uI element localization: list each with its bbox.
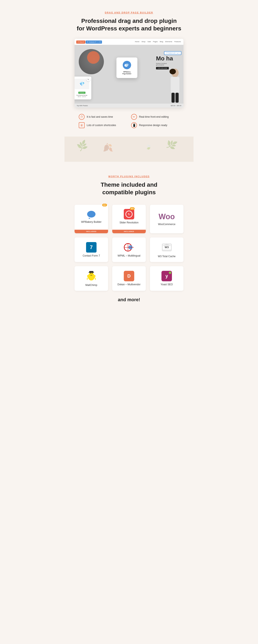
- feature-responsive: 📱 Responsive design ready: [131, 122, 179, 128]
- plugin-yoast: y Yoast SEO: [150, 266, 183, 291]
- svg-point-4: [170, 69, 176, 74]
- plugin-w3: W3 W3 Total Cache: [150, 238, 183, 262]
- slider-plugin-logo: ↻ $29: [124, 209, 134, 220]
- section2-title: Theme included andcompatible plugins: [73, 181, 185, 196]
- slider-price: $29: [130, 207, 135, 210]
- builder-hero-text: Mo ha Modern furnitureget products EXPLO…: [156, 56, 173, 70]
- row-btn[interactable]: ✦ Row ▾: [76, 40, 85, 44]
- wpml-plugin-name: WPML – Multilingual: [118, 254, 140, 257]
- product-list-badge[interactable]: ✦ Product List ✏ ● ✕: [164, 51, 181, 55]
- jewelry-image: 💎 ↻: [75, 79, 89, 89]
- feature-fast-text: It is fast and saves time: [87, 115, 113, 118]
- feature-frontend: ✏ Real-time front-end editing: [131, 114, 179, 120]
- wpbakery-plugin-logo: $64: [85, 209, 98, 219]
- cf7-icon: 7: [86, 242, 97, 252]
- wpbakery-logo: [123, 61, 131, 69]
- leaf-right-icon: 🌿: [165, 138, 178, 151]
- plugin-mailchimp: MailChimp: [75, 266, 108, 291]
- svg-rect-2: [171, 93, 175, 102]
- svg-point-17: [90, 273, 91, 274]
- section-plugins: WORTH PLUGINS INCLUDED Theme included an…: [64, 162, 194, 313]
- plugin-cf7: 7 Contact Form 7: [75, 238, 108, 262]
- plugin-woocommerce: Woo WooCommerce: [150, 205, 183, 233]
- builder-footer: Top With Pleated $25.00 – $50.00: [75, 104, 183, 108]
- plugin-slider: ↻ $29 INCLUDED Slider Revolution: [112, 205, 146, 233]
- orange-shape: [87, 51, 100, 64]
- svg-point-19: [91, 274, 92, 274]
- mailchimp-plugin-logo: [86, 270, 97, 282]
- hero-person-image: [167, 68, 183, 104]
- builder-preview: HONGO Home Shop Sale Pages Blog Elements…: [75, 39, 183, 108]
- hero-heading: Mo ha: [156, 56, 173, 62]
- feature-responsive-text: Responsive design ready: [139, 124, 167, 127]
- woo-text: Woo: [158, 212, 175, 221]
- woo-plugin-logo: Woo: [158, 212, 175, 221]
- cf7-plugin-name: Contact Form 7: [83, 254, 100, 257]
- section-dnd: DRAG AND DROP PAGE BUILDER Professional …: [64, 0, 194, 136]
- wpbakery-included-badge: INCLUDED: [75, 230, 108, 233]
- w3-plugin-name: W3 Total Cache: [158, 255, 176, 258]
- monitor-icon: 🖥: [79, 122, 85, 128]
- wpbakery-card-title: WPBakeryPage Builder: [121, 71, 133, 75]
- mailchimp-svg-icon: [86, 270, 97, 282]
- svg-point-6: [126, 64, 129, 66]
- plugins-grid: $64 INCLUDED WPBakery Builder ↻ $29 INCL…: [75, 205, 183, 291]
- section2-label: WORTH PLUGINS INCLUDED: [108, 175, 149, 178]
- svg-rect-3: [175, 93, 179, 102]
- hero-subtext: Modern furnitureget products: [156, 63, 173, 66]
- svg-rect-21: [89, 272, 94, 273]
- builder-nav-items: Home Shop Sale Pages Blog Elements Featu…: [135, 41, 181, 42]
- plugin-wpbakery: $64 INCLUDED WPBakery Builder: [75, 205, 108, 233]
- products-badge[interactable]: Products: [78, 92, 85, 94]
- features-grid: ⏱ It is fast and saves time ✏ Real-time …: [79, 114, 179, 128]
- slider-plugin-name: Slider Revolution: [120, 221, 139, 224]
- earring-icon: 💎: [79, 82, 85, 86]
- w3-svg-icon: W3: [161, 242, 173, 253]
- chat-bubble: [87, 211, 96, 218]
- product-price: $25.00 – $50.00: [171, 105, 181, 106]
- clock-icon: ⏱: [79, 114, 85, 120]
- yoast-plugin-logo: y: [161, 271, 172, 281]
- dokan-plugin-logo: D: [124, 271, 134, 281]
- mailchimp-plugin-name: MailChimp: [85, 284, 97, 286]
- dokan-plugin-name: Dokan – Multivendor: [118, 283, 140, 286]
- w3-plugin-logo: W3: [161, 242, 173, 253]
- slider-inner-circle: ↻: [126, 210, 132, 218]
- svg-point-23: [94, 275, 96, 277]
- yoast-dot: [169, 272, 171, 274]
- jewelry-card: 💎 ↻ Products Drop Diamond Earrings $99.0…: [75, 76, 91, 100]
- section1-label: DRAG AND DROP PAGE BUILDER: [105, 11, 153, 14]
- wpbakery-price: $64: [102, 204, 107, 206]
- refresh-icon: ↻: [87, 78, 90, 82]
- feature-shortcodes: 🖥 Lots of custom shortcodes: [79, 122, 127, 128]
- svg-text:W3: W3: [165, 246, 169, 249]
- slider-included-badge: INCLUDED: [112, 230, 146, 233]
- builder-toolbar: ✦ Row ▾ ✕ Column ✏ ＋ ✕: [76, 40, 102, 44]
- wpml-plugin-logo: [124, 242, 134, 252]
- divider-section: 🌿 🍂 🌿 🍃: [64, 136, 194, 162]
- svg-point-22: [87, 275, 89, 277]
- wpbakery-card: WPBakeryPage Builder: [117, 58, 137, 78]
- product-label: Top With Pleated: [77, 105, 88, 106]
- cf7-plugin-logo: 7: [86, 242, 97, 252]
- wpbakery-chat-icon: [85, 209, 98, 219]
- dokan-icon: D: [124, 271, 134, 281]
- column-btn[interactable]: ✕ Column ✏ ＋ ✕: [86, 40, 102, 44]
- plugin-dokan: D Dokan – Multivendor: [112, 266, 146, 291]
- slider-arrows-icon: ↻: [128, 212, 130, 216]
- section1-title: Professional drag and drop pluginfor Wor…: [73, 17, 185, 32]
- svg-rect-1: [171, 77, 179, 93]
- mobile-icon: 📱: [131, 122, 137, 128]
- leaf-center-icon: 🍂: [101, 142, 113, 154]
- wpml-svg-icon: [124, 242, 134, 252]
- woo-plugin-name: WooCommerce: [158, 223, 175, 226]
- slider-icon: ↻: [124, 209, 134, 220]
- svg-point-18: [92, 273, 93, 274]
- feature-frontend-text: Real-time front-end editing: [139, 115, 169, 118]
- leaf-left-icon: 🌿: [76, 139, 89, 152]
- yoast-plugin-name: Yoast SEO: [161, 283, 173, 286]
- feature-shortcodes-text: Lots of custom shortcodes: [87, 124, 116, 127]
- wpbakery-plugin-name: WPBakery Builder: [81, 220, 101, 224]
- feature-fast: ⏱ It is fast and saves time: [79, 114, 127, 120]
- yoast-icon: y: [161, 271, 172, 281]
